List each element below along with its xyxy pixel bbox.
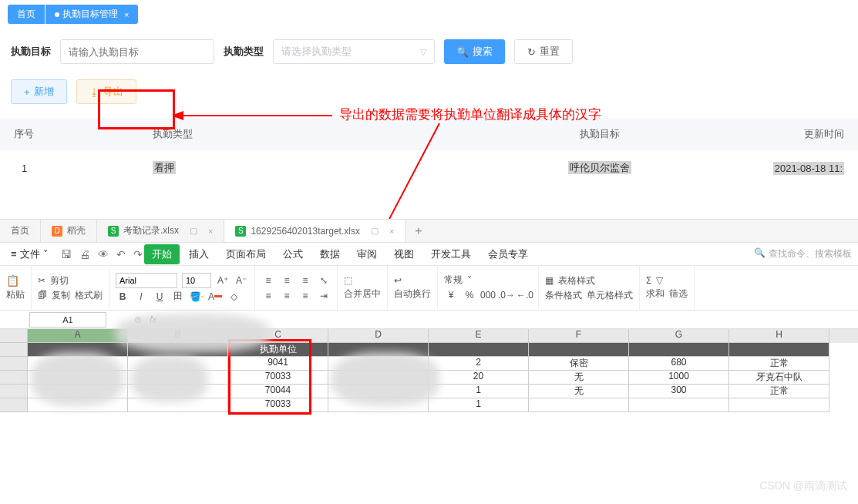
merge-label[interactable]: 合并居中 [344, 287, 381, 301]
cell[interactable]: 牙克石中队 [729, 371, 829, 385]
cell[interactable]: 1 [429, 398, 529, 412]
cell[interactable]: 无 [529, 371, 629, 385]
sum-label[interactable]: 求和 [646, 287, 665, 301]
close-icon[interactable]: × [389, 227, 394, 236]
export-button[interactable]: ⭳ 导出 [76, 79, 136, 104]
tab-menu-icon[interactable]: ▢ [190, 226, 197, 236]
sum-icon[interactable]: Σ [646, 275, 651, 286]
save-icon[interactable]: 🖫 [61, 248, 72, 260]
tab-duty-target[interactable]: 执勤目标管理 × [45, 5, 138, 24]
sheet-tab-doc3[interactable]: S 1629256402013target.xlsx ▢ × [224, 220, 405, 242]
orient-icon[interactable]: ⤡ [317, 274, 331, 287]
cell[interactable]: 20 [429, 371, 529, 385]
col-header[interactable]: H [729, 329, 829, 343]
copy-icon[interactable]: 🗐 [38, 290, 47, 301]
bold-icon[interactable]: B [116, 290, 130, 304]
font-color-icon[interactable]: A [208, 290, 222, 304]
comma-icon[interactable]: 000 [481, 288, 495, 302]
search-button[interactable]: 🔍 搜索 [444, 39, 505, 64]
cell[interactable]: 正常 [729, 385, 829, 398]
cell[interactable]: 1000 [629, 371, 729, 385]
font-size[interactable] [182, 273, 211, 288]
menu-data[interactable]: 数据 [312, 244, 348, 264]
paste-label[interactable]: 粘贴 [6, 288, 25, 301]
menu-view[interactable]: 视图 [386, 244, 422, 264]
underline-icon[interactable]: U [153, 290, 167, 304]
menu-start[interactable]: 开始 [144, 244, 180, 264]
italic-icon[interactable]: I [134, 290, 148, 304]
font-select[interactable] [116, 273, 177, 288]
align-mid-icon[interactable]: ≡ [280, 274, 294, 287]
condfmt-icon[interactable]: ▦ [545, 275, 553, 286]
cell[interactable] [429, 343, 529, 357]
menu-dev[interactable]: 开发工具 [423, 244, 479, 264]
cell[interactable]: 9041 [228, 357, 328, 371]
clear-format-icon[interactable]: ◇ [227, 290, 241, 304]
fill-color-icon[interactable]: 🪣 [190, 290, 204, 304]
cell[interactable] [729, 343, 829, 357]
cell[interactable]: 1 [429, 385, 529, 398]
numfmt-select[interactable]: 常规 [444, 274, 463, 287]
name-box[interactable]: A1 [29, 312, 106, 328]
increase-font-icon[interactable]: A⁺ [216, 274, 230, 287]
reset-button[interactable]: ↻ 重置 [514, 39, 573, 64]
align-center-icon[interactable]: ≡ [280, 289, 294, 303]
wrap-icon[interactable]: ↩ [394, 275, 402, 286]
wrap-label[interactable]: 自动换行 [394, 287, 431, 301]
sheet-tab-doc1[interactable]: D 稻壳 [41, 220, 97, 242]
duty-type-select[interactable]: 请选择执勤类型 ▽ [273, 39, 435, 64]
percent-icon[interactable]: % [463, 288, 476, 302]
sheet-tab-home[interactable]: 首页 [0, 220, 41, 242]
indent-icon[interactable]: ⇥ [317, 289, 331, 303]
cell[interactable]: 保密 [529, 357, 629, 371]
menu-layout[interactable]: 页面布局 [218, 244, 274, 264]
filter-label[interactable]: 筛选 [669, 287, 688, 301]
col-header[interactable]: D [328, 329, 429, 343]
cell[interactable]: 300 [629, 385, 729, 398]
cell[interactable] [529, 398, 629, 412]
menu-formula[interactable]: 公式 [275, 244, 311, 264]
cellstyle-button[interactable]: 单元格样式 [587, 289, 633, 302]
align-top-icon[interactable]: ≡ [261, 274, 275, 287]
row-header[interactable] [0, 371, 28, 385]
condfmt-button[interactable]: 条件格式 [545, 289, 582, 302]
align-right-icon[interactable]: ≡ [298, 289, 312, 303]
cell[interactable] [729, 398, 829, 412]
menu-review[interactable]: 审阅 [349, 244, 385, 264]
tblstyle-button[interactable]: 表格样式 [558, 274, 595, 287]
row-header[interactable] [0, 385, 28, 398]
dec-inc-icon[interactable]: .0→ [500, 288, 513, 302]
cut-icon[interactable]: ✂ [38, 275, 45, 286]
row-header[interactable] [0, 343, 28, 357]
col-header[interactable]: G [629, 329, 729, 343]
border-icon[interactable]: 田 [171, 290, 185, 304]
undo-icon[interactable]: ↶ [116, 248, 126, 260]
brush-button[interactable]: 格式刷 [75, 289, 103, 302]
menu-file[interactable]: ≡ 文件 ˅ [6, 247, 53, 261]
cell[interactable]: 70033 [228, 398, 328, 412]
filter-icon[interactable]: ▽ [656, 275, 663, 286]
menu-vip[interactable]: 会员专享 [480, 244, 536, 264]
tab-menu-icon[interactable]: ▢ [371, 226, 379, 236]
duty-target-input[interactable] [60, 39, 214, 64]
align-bot-icon[interactable]: ≡ [298, 274, 312, 287]
preview-icon[interactable]: 👁 [98, 248, 109, 260]
menu-insert[interactable]: 插入 [181, 244, 217, 264]
sheet-tab-doc2[interactable]: S 考勤记录.xlsx ▢ × [97, 220, 224, 242]
cell[interactable]: 2 [429, 357, 529, 371]
command-search[interactable]: 🔍 查找命令、搜索模板 [754, 247, 852, 260]
table-row[interactable]: 1 看押 呼伦贝尔监舍 2021-08-18 11: [0, 150, 858, 186]
add-button[interactable]: + 新增 [11, 79, 67, 104]
merge-icon[interactable]: ⬚ [344, 275, 352, 286]
spreadsheet-grid[interactable]: A B C D E F G H 执勤单位 90412保密680正常7003320… [0, 329, 858, 412]
tab-home[interactable]: 首页 [8, 5, 45, 24]
cell[interactable] [629, 343, 729, 357]
close-icon[interactable]: × [208, 227, 213, 236]
row-header[interactable] [0, 357, 28, 371]
new-tab-button[interactable]: + [405, 224, 431, 238]
dec-dec-icon[interactable]: ←.0 [518, 288, 532, 302]
select-all-corner[interactable] [0, 329, 28, 343]
cell[interactable]: 无 [529, 385, 629, 398]
cell[interactable] [529, 343, 629, 357]
col-header[interactable]: A [28, 329, 128, 343]
